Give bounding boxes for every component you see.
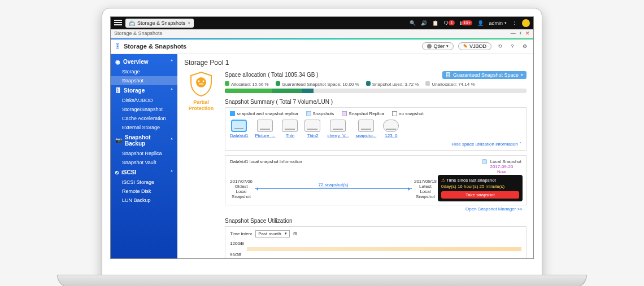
sidebar-item-iscsi-storage[interactable]: iSCSI Storage (111, 178, 177, 187)
sidebar-item-cache[interactable]: Cache Acceleration (111, 114, 177, 123)
task-icon[interactable]: 📋 (432, 20, 438, 26)
svg-point-3 (196, 77, 206, 87)
sidebar-item-remote-disk[interactable]: Remote Disk (111, 187, 177, 196)
sidebar: ◉ Overview˄ Storage Snapshot 🗄 Storage˄ … (111, 54, 177, 258)
filter-snapshots[interactable]: Snapshots (306, 111, 334, 116)
svg-rect-0 (114, 20, 122, 21)
sidebar-item-vault[interactable]: Snapshot Vault (111, 158, 177, 167)
maximize-icon[interactable]: + (519, 30, 522, 36)
user-icon[interactable]: 👤 (477, 20, 484, 26)
now-date: 2017-09-20Now (482, 164, 521, 174)
search-icon[interactable]: 🔍 (410, 20, 416, 26)
filter-snap-replica[interactable]: snapshot and snapshot replica (230, 111, 298, 116)
sidebar-item-snapshot[interactable]: Snapshot (111, 76, 177, 85)
local-snapshot-chip: Local Snapshot (482, 159, 521, 164)
snapshot-tooltip: ⚠ Time since last snapshot 0day(s) 16 ho… (438, 175, 523, 201)
sidebar-item-lun-backup[interactable]: LUN Backup (111, 196, 177, 205)
window-tab[interactable]: 📇 Storage & Snapshots × (125, 19, 194, 28)
allocation-bar (225, 89, 526, 93)
admin-menu[interactable]: admin▾ (489, 20, 507, 26)
gear-icon[interactable]: ⚙ (521, 42, 529, 50)
module-icon: 🗄 (115, 43, 120, 49)
alert-icon[interactable]: ℹ10+ (460, 20, 473, 26)
interval-select[interactable]: Past month▾ (255, 230, 289, 237)
utilization-title: Snapshot Space Utilization (225, 218, 526, 224)
filter-replica[interactable]: Snapshot Replica (342, 111, 384, 116)
svg-rect-1 (114, 22, 122, 23)
sidebar-item-storage[interactable]: Storage (111, 67, 177, 76)
lun-123_0[interactable]: 123_0 (383, 120, 399, 138)
util-row-120: 120GB (230, 241, 521, 251)
volume-datavol1[interactable]: DataVol1 (230, 120, 248, 138)
svg-rect-6 (199, 83, 203, 85)
sidebar-group-backup[interactable]: 📷 Snapshot Backup˄ (111, 132, 177, 149)
close-icon[interactable]: × (188, 20, 190, 26)
svg-rect-2 (114, 24, 122, 25)
volume-snapsho[interactable]: snapsho... (355, 120, 376, 138)
module-header: 🗄 Storage & Snapshots Qtier▾ ✎VJBOD ⟲ ? … (111, 39, 533, 54)
vjbod-button[interactable]: ✎VJBOD (458, 42, 491, 50)
volume-icon[interactable]: 🔊 (421, 20, 427, 26)
menu-icon[interactable] (114, 19, 122, 28)
sidebar-item-replica[interactable]: Snapshot Replica (111, 149, 177, 158)
main-content: Storage Pool 1 PartialProtection (177, 54, 533, 258)
breadcrumb-bar: Storage & Snapshots — + ✕ (111, 29, 533, 38)
volume-picture[interactable]: Picture_... (255, 120, 275, 138)
volume-cherry[interactable]: cherry_V... (327, 120, 349, 138)
notification-icon[interactable]: 🗨1 (443, 20, 454, 26)
interval-label: Time interv (230, 231, 252, 236)
qtier-button[interactable]: Qtier▾ (422, 42, 454, 50)
shield-icon (189, 71, 214, 97)
storage-tab-icon: 📇 (129, 20, 135, 26)
sidebar-group-storage[interactable]: 🗄 Storage˄ (111, 85, 177, 96)
sidebar-item-external[interactable]: External Storage (111, 123, 177, 132)
sidebar-group-iscsi[interactable]: ⎋ iSCSI˄ (111, 167, 177, 178)
utilization-box: Time interv Past month▾ ⊞ 120GB 96GB (225, 226, 526, 258)
protection-status: PartialProtection (184, 71, 218, 258)
minimize-icon[interactable]: — (511, 30, 516, 36)
volume-thin[interactable]: Thin (282, 120, 298, 138)
snapshot-count-link[interactable]: 72 snapshot(s) (319, 182, 349, 187)
sidebar-group-overview[interactable]: ◉ Overview˄ (111, 56, 177, 67)
close-window-icon[interactable]: ✕ (525, 30, 530, 36)
timeline-line: 72 snapshot(s) (255, 188, 412, 189)
tab-label: Storage & Snapshots (137, 20, 185, 26)
help-icon[interactable]: ? (508, 42, 516, 50)
svg-point-5 (203, 80, 204, 82)
allocation-title: Space allocation ( Total 1005.34 GB ) (225, 72, 318, 78)
hide-utilization-link[interactable]: Hide space utilization information ˄ (230, 142, 521, 147)
refresh-icon[interactable]: ⟲ (496, 42, 504, 50)
filter-none[interactable]: no snapshot (392, 111, 424, 116)
open-snapshot-manager-link[interactable]: Open Snapshot Manager >> (465, 206, 523, 212)
volume-thin2[interactable]: Thin2 (304, 120, 320, 138)
system-topbar: 📇 Storage & Snapshots × 🔍 🔊 📋 🗨1 ℹ10+ 👤 … (111, 17, 533, 29)
sidebar-item-storage-snapshot[interactable]: Storage/Snapshot (111, 105, 177, 114)
guaranteed-snapshot-space-button[interactable]: 🗄 Guaranteed Snapshot Space ▾ (442, 71, 526, 79)
oldest-snapshot: 2017/07/06OldestLocalSnapshot (230, 179, 253, 199)
take-snapshot-button[interactable]: Take snapshot (441, 191, 519, 199)
summary-box: snapshot and snapshot replica Snapshots … (225, 107, 526, 151)
summary-title: Snapshot Summary ( Total 7 Volume/LUN ) (225, 99, 526, 105)
util-row-96: 96GB (230, 252, 521, 258)
svg-point-4 (198, 80, 200, 82)
more-icon[interactable]: ⋮ (512, 20, 517, 26)
app-icon[interactable] (522, 19, 530, 27)
module-title: Storage & Snapshots (124, 43, 186, 50)
chart-refresh-icon[interactable]: ⊞ (293, 231, 297, 236)
timeline-box: DataVol1 local snapshot information Loca… (225, 155, 526, 205)
sidebar-item-disks[interactable]: Disks/VJBOD (111, 96, 177, 105)
warning-icon: ⚠ (441, 178, 445, 183)
timeline-title: DataVol1 local snapshot information (230, 159, 302, 164)
breadcrumb: Storage & Snapshots (114, 30, 162, 36)
pool-title: Storage Pool 1 (184, 59, 526, 67)
latest-snapshot: 2017/09/18LatestLocalSnapshot (414, 179, 437, 199)
allocation-legend: Allocated: 15.66 % Guaranteed Snapshot S… (225, 81, 526, 87)
